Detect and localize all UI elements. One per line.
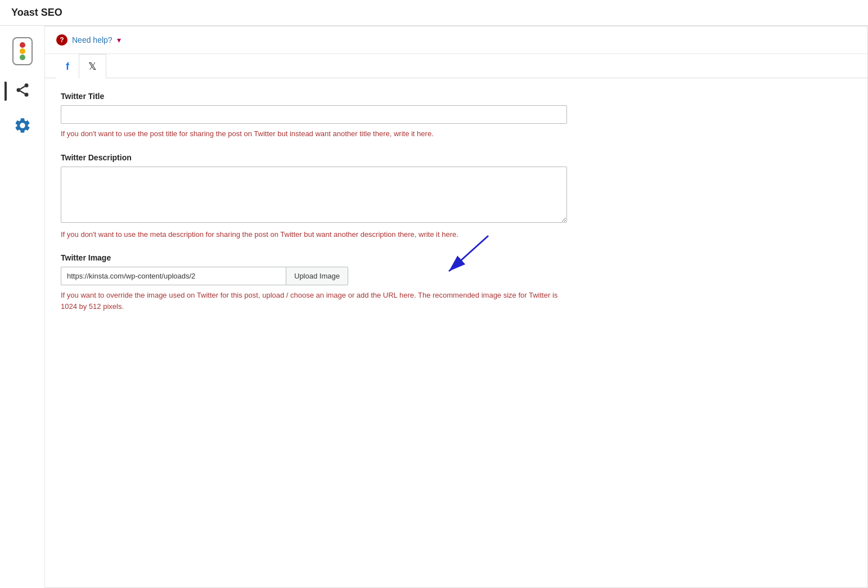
twitter-description-group: Twitter Description If you don't want to… (61, 153, 852, 240)
svg-point-2 (24, 93, 28, 97)
chevron-down-icon[interactable]: ▾ (117, 35, 121, 44)
gear-icon (14, 116, 32, 134)
upload-image-button[interactable]: Upload Image (286, 267, 348, 285)
svg-line-4 (20, 87, 25, 89)
twitter-image-label: Twitter Image (61, 253, 852, 262)
dot-yellow (20, 48, 25, 54)
twitter-title-input[interactable] (61, 105, 567, 124)
dot-green (20, 55, 25, 60)
twitter-image-hint: If you want to override the image used o… (61, 290, 567, 312)
top-bar: Yoast SEO (0, 0, 868, 26)
twitter-image-url-input[interactable] (61, 267, 286, 285)
twitter-title-group: Twitter Title If you don't want to use t… (61, 92, 852, 140)
twitter-description-hint: If you don't want to use the meta descri… (61, 229, 567, 240)
app-title: Yoast SEO (11, 7, 62, 18)
main-area: ? Need help? ▾ f 𝕏 Twitter Title (0, 26, 868, 588)
active-indicator (5, 82, 7, 101)
help-bar: ? Need help? ▾ (45, 26, 867, 54)
sidebar-item-social[interactable] (15, 82, 30, 100)
form-content: Twitter Title If you don't want to use t… (45, 78, 867, 587)
twitter-icon: 𝕏 (88, 60, 97, 73)
svg-point-1 (16, 88, 20, 92)
twitter-description-textarea[interactable] (61, 167, 567, 223)
traffic-light-icon (12, 37, 33, 65)
sidebar-item-seo[interactable] (12, 37, 33, 65)
dot-red (20, 42, 25, 48)
twitter-title-hint: If you don't want to use the post title … (61, 128, 567, 140)
arrow-container: Upload Image (61, 267, 567, 285)
share-icon (15, 82, 30, 100)
help-icon: ? (56, 34, 68, 46)
twitter-image-group: Twitter Image (61, 253, 852, 312)
sidebar (0, 26, 45, 588)
tab-facebook[interactable]: f (56, 54, 79, 78)
tab-twitter[interactable]: 𝕏 (79, 54, 106, 78)
twitter-image-row: Upload Image (61, 267, 567, 285)
twitter-title-label: Twitter Title (61, 92, 852, 101)
content-panel: ? Need help? ▾ f 𝕏 Twitter Title (45, 26, 868, 588)
help-link[interactable]: Need help? (72, 35, 113, 44)
svg-line-3 (20, 91, 25, 94)
svg-point-0 (24, 83, 28, 87)
facebook-icon: f (66, 61, 69, 73)
twitter-description-label: Twitter Description (61, 153, 852, 162)
sidebar-item-settings[interactable] (14, 116, 32, 134)
tabs-bar: f 𝕏 (45, 54, 867, 78)
